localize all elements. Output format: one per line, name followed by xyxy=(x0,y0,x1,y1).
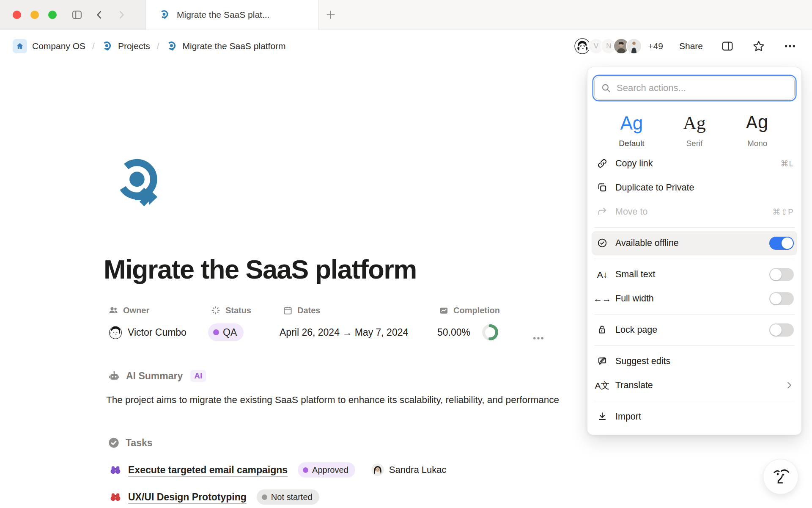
forward-icon[interactable] xyxy=(116,9,127,20)
menu-item-label: Available offline xyxy=(615,238,769,248)
lock-open-icon xyxy=(596,324,609,335)
people-icon xyxy=(108,305,118,315)
avatar xyxy=(626,38,642,54)
open-side-panel-icon[interactable] xyxy=(721,39,734,53)
property-completion-value[interactable]: 50.00% xyxy=(437,323,500,341)
tasks-section-header: Tasks xyxy=(108,437,153,449)
menu-item-label: Translate xyxy=(615,380,785,391)
task-title-link[interactable]: Execute targeted email campaigns xyxy=(128,464,288,476)
property-owner: Owner Victor Cumbo xyxy=(108,304,187,341)
font-name: Mono xyxy=(730,139,785,148)
more-options-icon[interactable] xyxy=(783,39,797,53)
maximize-window-button[interactable] xyxy=(48,11,57,19)
menu-item-move-to[interactable]: Move to ⌘⇧P xyxy=(587,200,801,224)
breadcrumb-current-page[interactable]: Migrate the SaaS platform xyxy=(166,41,286,52)
collaborator-overflow-count[interactable]: +49 xyxy=(648,41,663,51)
property-more-icon[interactable] xyxy=(531,331,546,345)
breadcrumb: Company OS / Projects / xyxy=(13,39,286,53)
ai-badge: AI xyxy=(190,370,206,382)
small-text-toggle[interactable] xyxy=(769,268,794,281)
page-icon-large[interactable] xyxy=(113,157,165,208)
property-owner-value[interactable]: Victor Cumbo xyxy=(108,323,187,341)
new-tab-button[interactable] xyxy=(324,8,337,22)
property-dates-label[interactable]: Dates xyxy=(280,304,408,317)
assignee-avatar xyxy=(371,464,384,476)
assistant-face-button[interactable] xyxy=(763,459,798,494)
font-option-default[interactable]: Ag Default xyxy=(604,112,659,148)
font-option-mono[interactable]: Ag Mono xyxy=(730,112,785,148)
menu-item-label: Move to xyxy=(615,207,772,217)
property-completion-label[interactable]: Completion xyxy=(437,304,500,317)
task-status-dot xyxy=(303,467,308,473)
menu-item-label: Copy link xyxy=(615,158,780,169)
page-icon-small xyxy=(159,9,170,20)
property-status-label[interactable]: Status xyxy=(208,304,251,317)
status-dot xyxy=(213,329,219,335)
menu-divider xyxy=(594,227,795,228)
property-label-text: Dates xyxy=(297,306,320,315)
titlebar-left-zone xyxy=(0,0,146,30)
share-button[interactable]: Share xyxy=(679,41,703,51)
back-icon[interactable] xyxy=(94,9,105,20)
completion-percent-text: 50.00% xyxy=(437,327,470,338)
task-status-text: Approved xyxy=(312,465,348,475)
property-status-value[interactable]: QA xyxy=(208,323,251,341)
property-completion: Completion 50.00% xyxy=(437,304,500,341)
close-window-button[interactable] xyxy=(13,11,21,19)
collaborator-avatars[interactable]: V N xyxy=(573,37,642,55)
completion-progress-ring xyxy=(481,323,499,341)
menu-item-lock-page[interactable]: Lock page xyxy=(587,318,801,342)
font-sample: Ag xyxy=(604,112,659,135)
menu-item-label: Suggest edits xyxy=(615,356,794,367)
menu-item-shortcut: ⌘L xyxy=(780,159,794,168)
task-row: Execute targeted email campaigns Approve… xyxy=(110,461,447,479)
breadcrumb-separator: / xyxy=(156,41,160,51)
browser-tab[interactable]: Migrate the SaaS plat... xyxy=(146,0,318,30)
full-width-toggle[interactable] xyxy=(769,292,794,305)
binoculars-icon xyxy=(110,464,121,476)
available-offline-toggle[interactable] xyxy=(769,237,794,250)
task-row: UX/UI Design Prototyping Not started xyxy=(110,488,319,506)
property-label-text: Completion xyxy=(453,306,500,315)
project-icon xyxy=(166,41,178,52)
task-title-link[interactable]: UX/UI Design Prototyping xyxy=(128,491,247,503)
font-option-serif[interactable]: Ag Serif xyxy=(667,112,722,148)
breadcrumb-projects[interactable]: Projects xyxy=(102,41,150,52)
menu-item-import[interactable]: Import xyxy=(587,405,801,429)
menu-item-label: Duplicate to Private xyxy=(615,182,794,193)
task-status-pill[interactable]: Approved xyxy=(298,462,355,478)
property-label-text: Owner xyxy=(123,306,149,315)
menu-item-copy-link[interactable]: Copy link ⌘L xyxy=(587,152,801,176)
menu-item-suggest-edits[interactable]: Suggest edits xyxy=(587,349,801,373)
breadcrumb-home[interactable]: Company OS xyxy=(13,39,85,53)
property-owner-label[interactable]: Owner xyxy=(108,304,187,317)
menu-divider xyxy=(594,259,795,259)
page-options-menu: Ag Default Ag Serif Ag Mono Copy link ⌘L… xyxy=(587,67,802,435)
task-assignee[interactable]: Sandra Lukac xyxy=(371,464,447,476)
full-width-icon: ←→ xyxy=(596,294,609,303)
suggest-edits-icon xyxy=(596,356,609,367)
menu-item-small-text[interactable]: A↓ Small text xyxy=(587,262,801,287)
menu-item-translate[interactable]: A文 Translate xyxy=(587,373,801,398)
window-controls xyxy=(13,11,57,19)
tasks-label: Tasks xyxy=(126,437,153,449)
move-to-icon xyxy=(596,206,609,217)
home-icon xyxy=(13,39,27,53)
font-name: Serif xyxy=(667,139,722,148)
font-name: Default xyxy=(604,139,659,148)
spinner-icon xyxy=(211,305,221,315)
property-dates-value[interactable]: April 26, 2024 → May 7, 2024 xyxy=(280,323,408,341)
favorite-star-icon[interactable] xyxy=(752,39,765,53)
lock-page-toggle[interactable] xyxy=(769,323,794,337)
toggle-sidebar-icon[interactable] xyxy=(71,9,83,21)
ai-summary-text[interactable]: The project aims to migrate the existing… xyxy=(106,395,593,406)
menu-item-full-width[interactable]: ←→ Full width xyxy=(587,287,801,311)
task-status-pill[interactable]: Not started xyxy=(257,489,319,505)
menu-item-available-offline[interactable]: Available offline xyxy=(592,231,797,255)
menu-item-label: Full width xyxy=(615,293,769,304)
tasks-check-icon xyxy=(108,437,120,449)
page-title[interactable]: Migrate the SaaS platform xyxy=(104,254,417,284)
menu-item-duplicate-to-private[interactable]: Duplicate to Private xyxy=(587,176,801,200)
minimize-window-button[interactable] xyxy=(30,11,39,19)
search-actions-input[interactable] xyxy=(594,77,795,99)
